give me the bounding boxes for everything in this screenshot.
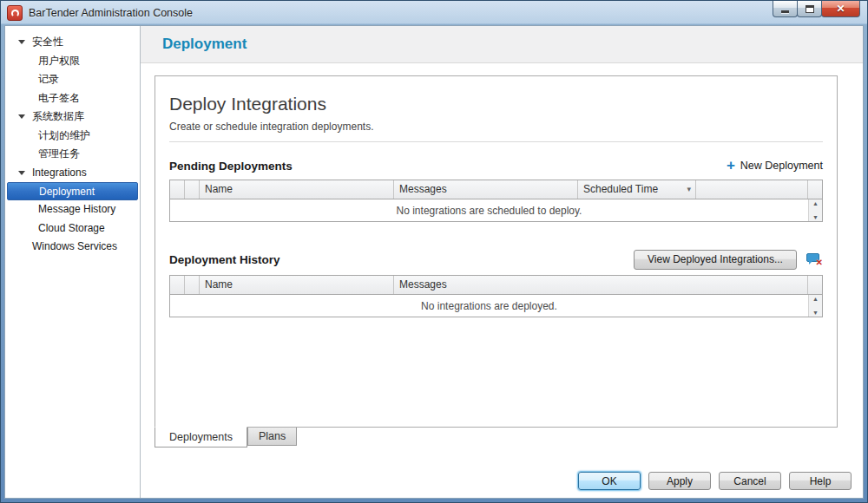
app-window: BarTender Administration Console ✕ 安全性 用… [0, 0, 868, 503]
sidebar-item-admin-tasks[interactable]: 管理任务 [5, 145, 140, 164]
red-x-icon: ✕ [816, 258, 823, 267]
pending-deployments-header-row: Pending Deployments + New Deployment [169, 157, 823, 174]
column-header-messages[interactable]: Messages [394, 276, 808, 294]
sidebar: 安全性 用户权限 记录 电子签名 系统数据库 计划的维护 管理任务 [5, 26, 141, 498]
title-bar[interactable]: BarTender Administration Console ✕ [1, 1, 867, 25]
sidebar-item-integrations[interactable]: Integrations [5, 164, 140, 183]
sidebar-item-security[interactable]: 安全性 [5, 33, 140, 52]
delete-messages-icon[interactable]: ✕ [806, 252, 823, 266]
column-header-scheduled-time[interactable]: Scheduled Time ▾ [578, 180, 696, 199]
new-deployment-button[interactable]: + New Deployment [727, 160, 823, 172]
table-header-row: Name Messages [170, 276, 822, 295]
plus-icon: + [727, 160, 735, 172]
sidebar-item-label: Integrations [32, 167, 87, 179]
table-body: No integrations are scheduled to deploy.… [170, 199, 822, 221]
card-subtitle: Create or schedule integration deploymen… [169, 121, 823, 133]
sidebar-item-user-permissions[interactable]: 用户权限 [5, 52, 140, 71]
card-title: Deploy Integrations [169, 94, 823, 114]
empty-table-message: No integrations are scheduled to deploy. [170, 199, 808, 221]
sidebar-item-label: Message History [38, 203, 115, 215]
scrollbar-column-header [808, 180, 822, 199]
sidebar-item-message-history[interactable]: Message History [5, 200, 140, 219]
chevron-down-icon[interactable] [18, 171, 25, 175]
column-header-label: Scheduled Time [583, 180, 658, 199]
sidebar-item-scheduled-maintenance[interactable]: 计划的维护 [5, 127, 140, 146]
icon-column-header [185, 276, 200, 294]
sidebar-item-label: 管理任务 [38, 147, 80, 160]
deployment-history-header-row: Deployment History View Deployed Integra… [169, 249, 823, 270]
sidebar-item-logging[interactable]: 记录 [5, 70, 140, 89]
sidebar-item-cloud-storage[interactable]: Cloud Storage [5, 219, 140, 238]
table-body: No integrations are deployed. ▲ ▼ [170, 295, 822, 317]
minimize-icon [781, 10, 789, 13]
sidebar-item-label: Cloud Storage [38, 222, 105, 234]
page-header: Deployment [141, 26, 863, 63]
view-deployed-integrations-button[interactable]: View Deployed Integrations... [634, 250, 797, 270]
window-title: BarTender Administration Console [29, 7, 193, 19]
pending-deployments-table: Name Messages Scheduled Time ▾ No integr… [169, 180, 823, 222]
tab-plans[interactable]: Plans [247, 428, 297, 446]
client-area: 安全性 用户权限 记录 电子签名 系统数据库 计划的维护 管理任务 [4, 25, 864, 499]
app-icon [7, 5, 23, 21]
maximize-restore-icon [806, 5, 814, 13]
sidebar-item-label: Windows Services [32, 240, 117, 252]
tab-deployments[interactable]: Deployments [155, 427, 247, 447]
indicator-column-header [170, 276, 185, 294]
deployment-history-table: Name Messages No integrations are deploy… [169, 275, 823, 317]
sidebar-item-label: Deployment [39, 186, 95, 198]
scroll-down-icon[interactable]: ▼ [812, 310, 819, 316]
apply-button[interactable]: Apply [648, 472, 711, 490]
column-header-messages[interactable]: Messages [394, 180, 578, 199]
deployment-history-heading: Deployment History [169, 253, 280, 266]
ok-button[interactable]: OK [578, 472, 641, 490]
new-deployment-label: New Deployment [740, 160, 823, 172]
column-header-name[interactable]: Name [200, 180, 394, 199]
chevron-down-icon[interactable] [18, 114, 25, 119]
scroll-up-icon[interactable]: ▲ [812, 200, 819, 206]
close-icon: ✕ [836, 3, 845, 14]
indicator-column-header [170, 180, 185, 199]
sidebar-item-windows-services[interactable]: Windows Services [5, 238, 140, 257]
scrollbar-column-header [808, 276, 822, 294]
page-title: Deployment [141, 36, 247, 53]
deploy-integrations-card: Deploy Integrations Create or schedule i… [155, 75, 838, 428]
sidebar-item-label: 记录 [38, 73, 59, 85]
sidebar-item-system-database[interactable]: 系统数据库 [5, 108, 140, 127]
dialog-button-row: OK Apply Cancel Help [578, 472, 852, 490]
divider [169, 141, 823, 142]
column-header-name[interactable]: Name [200, 276, 394, 294]
sidebar-item-label: 用户权限 [38, 55, 80, 67]
vertical-scrollbar[interactable]: ▲ ▼ [808, 199, 822, 221]
scroll-down-icon[interactable]: ▼ [812, 214, 819, 220]
sidebar-item-label: 电子签名 [38, 92, 80, 104]
filter-dropdown-icon[interactable]: ▾ [687, 180, 691, 199]
main-panel: Deployment Deploy Integrations Create or… [141, 26, 863, 498]
vertical-scrollbar[interactable]: ▲ ▼ [808, 295, 822, 317]
sidebar-item-label: 系统数据库 [32, 110, 84, 122]
sidebar-item-label: 安全性 [32, 36, 63, 48]
cancel-button[interactable]: Cancel [719, 472, 781, 490]
table-header-row: Name Messages Scheduled Time ▾ [170, 180, 822, 199]
history-actions: View Deployed Integrations... ✕ [634, 250, 823, 270]
sidebar-item-deployment[interactable]: Deployment [7, 182, 138, 200]
bartender-logo-icon [11, 10, 19, 17]
sidebar-item-electronic-signatures[interactable]: 电子签名 [5, 89, 140, 108]
maximize-button[interactable] [797, 1, 822, 17]
sidebar-item-label: 计划的维护 [38, 129, 90, 141]
empty-table-message: No integrations are deployed. [170, 295, 808, 317]
close-button[interactable]: ✕ [821, 1, 860, 17]
bottom-tabs: Deployments Plans [155, 428, 297, 447]
pending-deployments-heading: Pending Deployments [169, 160, 293, 173]
window-controls: ✕ [773, 1, 860, 17]
help-button[interactable]: Help [789, 472, 852, 490]
minimize-button[interactable] [773, 1, 798, 17]
filler-column-header [696, 180, 808, 199]
icon-column-header [185, 180, 200, 199]
scroll-up-icon[interactable]: ▲ [812, 296, 819, 302]
chevron-down-icon[interactable] [18, 40, 25, 44]
